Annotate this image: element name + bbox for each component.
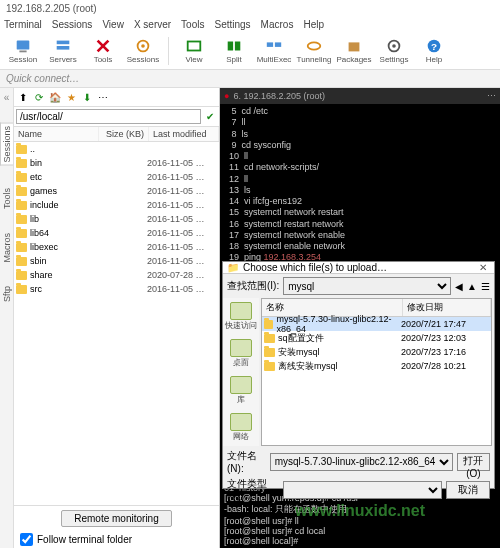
file-row[interactable]: bin2016-11-05 … (14, 156, 219, 170)
folder-icon (16, 187, 27, 196)
dialog-file-row[interactable]: 安装mysql2020/7/23 17:16 (262, 345, 491, 359)
vtab-tools[interactable]: Tools (1, 186, 13, 211)
quick-connect[interactable]: Quick connect… (0, 70, 500, 88)
vtab-macros[interactable]: Macros (1, 231, 13, 265)
path-input[interactable] (16, 109, 201, 124)
file-row[interactable]: lib2016-11-05 … (14, 212, 219, 226)
menu-tools[interactable]: Tools (181, 19, 204, 30)
vtab-sftp[interactable]: Sftp (1, 284, 13, 304)
tb-multiexec[interactable]: MultiExec (257, 37, 291, 64)
svg-rect-8 (235, 42, 240, 51)
dialog-file-row[interactable]: mysql-5.7.30-linux-glibc2.12-x86_642020/… (262, 317, 491, 331)
folder-icon (264, 348, 275, 357)
tb-tools[interactable]: Tools (86, 37, 120, 64)
terminal-tab-menu-icon[interactable]: ⋯ (487, 91, 496, 101)
nav-network[interactable]: 网络 (230, 413, 252, 442)
folder-icon (16, 173, 27, 182)
nav-refresh-icon[interactable]: ⟳ (32, 90, 46, 104)
file-row[interactable]: share2020-07-28 … (14, 268, 219, 282)
nav-home-icon[interactable]: 🏠 (48, 90, 62, 104)
tb-servers[interactable]: Servers (46, 37, 80, 64)
tb-packages[interactable]: Packages (337, 37, 371, 64)
file-row[interactable]: lib642016-11-05 … (14, 226, 219, 240)
folder-icon (264, 334, 275, 343)
dialog-close-button[interactable]: ✕ (476, 262, 490, 273)
nav-up-icon[interactable]: ⬆ (16, 90, 30, 104)
col-size[interactable]: Size (KB) (99, 127, 149, 141)
file-row[interactable]: sbin2016-11-05 … (14, 254, 219, 268)
menu-macros[interactable]: Macros (261, 19, 294, 30)
nav-quick[interactable]: 快速访问 (225, 302, 257, 331)
filetype-label: 文件类型(T): (227, 477, 279, 502)
svg-rect-9 (267, 42, 273, 47)
dialog-file-row[interactable]: 离线安装mysql2020/7/28 10:21 (262, 359, 491, 373)
nav-up2-icon[interactable]: ▲ (467, 281, 477, 292)
nav-star-icon[interactable]: ★ (64, 90, 78, 104)
tb-tunneling[interactable]: Tunneling (297, 37, 331, 64)
folder-icon (16, 215, 27, 224)
nav-back-icon[interactable]: ◀ (455, 281, 463, 292)
menu-xserver[interactable]: X server (134, 19, 171, 30)
filetype-select[interactable] (283, 481, 442, 499)
loc-select[interactable]: mysql (283, 277, 451, 295)
col-mod[interactable]: Last modified (149, 127, 219, 141)
dialog-file-row[interactable]: sq配置文件2020/7/23 12:03 (262, 331, 491, 345)
col-name[interactable]: Name (14, 127, 99, 141)
arrow-icon[interactable]: « (4, 92, 10, 103)
menu-view[interactable]: View (102, 19, 124, 30)
follow-terminal-checkbox[interactable]: Follow terminal folder (14, 531, 219, 548)
folder-icon (16, 271, 27, 280)
file-row[interactable]: src2016-11-05 … (14, 282, 219, 296)
file-row[interactable]: libexec2016-11-05 … (14, 240, 219, 254)
svg-point-5 (141, 44, 145, 48)
folder-icon (16, 201, 27, 210)
menu-settings[interactable]: Settings (214, 19, 250, 30)
tb-split[interactable]: Split (217, 37, 251, 64)
dlg-col-date[interactable]: 修改日期 (403, 299, 491, 316)
tb-sessions[interactable]: Sessions (126, 37, 160, 64)
svg-text:?: ? (431, 41, 437, 52)
menu-terminal[interactable]: Terminal (4, 19, 42, 30)
menu-help[interactable]: Help (303, 19, 324, 30)
terminal-tab-title[interactable]: 6. 192.168.2.205 (root) (233, 91, 325, 101)
tb-view[interactable]: View (177, 37, 211, 64)
file-row[interactable]: games2016-11-05 … (14, 184, 219, 198)
file-list[interactable]: ..bin2016-11-05 …etc2016-11-05 …games201… (14, 142, 219, 505)
cancel-button[interactable]: 取消 (446, 481, 490, 499)
tb-help[interactable]: ?Help (417, 37, 451, 64)
tb-session[interactable]: Session (6, 37, 40, 64)
folder-icon (16, 257, 27, 266)
svg-rect-10 (275, 42, 281, 47)
file-row[interactable]: include2016-11-05 … (14, 198, 219, 212)
file-header: Name Size (KB) Last modified (14, 127, 219, 142)
nav-list-icon[interactable]: ☰ (481, 281, 490, 292)
dialog-nav: 快速访问 桌面 库 网络 (223, 298, 259, 446)
window-title: 192.168.2.205 (root) (6, 3, 97, 14)
folder-icon (264, 362, 275, 371)
vtab-sessions[interactable]: Sessions (0, 123, 13, 166)
menubar: Terminal Sessions View X server Tools Se… (0, 16, 500, 32)
nav-desktop[interactable]: 桌面 (230, 339, 252, 368)
svg-rect-7 (228, 42, 233, 51)
menu-sessions[interactable]: Sessions (52, 19, 93, 30)
file-row[interactable]: .. (14, 142, 219, 156)
file-row[interactable]: etc2016-11-05 … (14, 170, 219, 184)
open-button[interactable]: 打开(O) (457, 453, 490, 471)
nav-download-icon[interactable]: ⬇ (80, 90, 94, 104)
tb-settings[interactable]: Settings (377, 37, 411, 64)
upload-dialog: 📁 Choose which file(s) to upload… ✕ 查找范围… (222, 261, 495, 489)
filename-label: 文件名(N): (227, 449, 266, 474)
window-titlebar: 192.168.2.205 (root) (0, 0, 500, 16)
folder-icon (16, 243, 27, 252)
filename-input[interactable]: mysql-5.7.30-linux-glibc2.12-x86_64 (270, 453, 453, 471)
svg-rect-6 (188, 42, 201, 51)
path-go-icon[interactable]: ✔ (203, 110, 217, 124)
loc-label: 查找范围(I): (227, 279, 279, 293)
svg-rect-2 (57, 41, 70, 45)
nav-dots-icon[interactable]: ⋯ (96, 90, 110, 104)
dialog-file-list[interactable]: 名称 修改日期 mysql-5.7.30-linux-glibc2.12-x86… (261, 298, 492, 446)
nav-library[interactable]: 库 (230, 376, 252, 405)
svg-point-11 (308, 42, 321, 49)
remote-monitoring-button[interactable]: Remote monitoring (61, 510, 171, 527)
folder-icon (16, 285, 27, 294)
